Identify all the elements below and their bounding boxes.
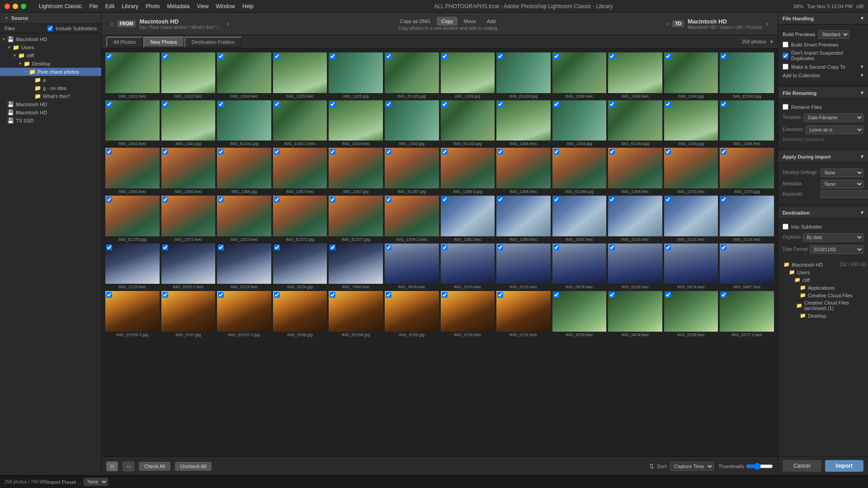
destination-folders-tab[interactable]: Destination Folders	[184, 37, 242, 47]
photo-select-checkbox[interactable]	[609, 149, 615, 155]
photo-cell[interactable]: IMG_E1372.jpg	[273, 196, 327, 242]
menu-library[interactable]: Library	[122, 3, 138, 9]
add-button[interactable]: Add	[482, 17, 500, 26]
photo-cell[interactable]: IMG_1344.heic	[496, 100, 551, 146]
photo-cell[interactable]: IMG_1346.heic	[720, 100, 774, 146]
photo-select-checkbox[interactable]	[721, 53, 726, 59]
photo-select-checkbox[interactable]	[553, 292, 559, 298]
photo-select-checkbox[interactable]	[442, 292, 448, 298]
photo-select-checkbox[interactable]	[162, 244, 168, 250]
photo-cell[interactable]: IMG_1378-2.heic	[385, 196, 439, 242]
destination-tree-item[interactable]: 📁 Creative Cloud Files	[778, 291, 868, 299]
source-tree-item-pure-chaos[interactable]: ▼ 📁 Pure chaos photos	[0, 68, 101, 76]
second-copy-checkbox[interactable]	[783, 64, 788, 70]
file-renaming-header[interactable]: File Renaming ▾	[778, 87, 868, 99]
next-arrow-icon[interactable]: ›	[226, 19, 229, 28]
photo-cell[interactable]: IMG_1341.jpg	[161, 100, 216, 146]
photo-select-checkbox[interactable]	[665, 101, 671, 107]
destination-tree-item[interactable]: 📁 Macintosh HD 292 / 500 GB	[778, 261, 868, 268]
sort-select[interactable]: Capture Time	[670, 462, 714, 471]
photo-cell[interactable]: IMG_9474.heic	[608, 291, 662, 337]
photo-cell[interactable]: IMG_E0707-2.jpg	[217, 291, 271, 337]
photo-select-checkbox[interactable]	[274, 292, 280, 298]
extension-select[interactable]: Leave as is	[806, 126, 863, 134]
photo-cell[interactable]: IMG_1340.jpg	[664, 52, 718, 99]
metadata-select[interactable]: None	[821, 180, 863, 188]
template-select[interactable]: Date-Filename	[804, 113, 863, 122]
photo-select-checkbox[interactable]	[721, 197, 726, 202]
photo-cell[interactable]: IMG_0676.heic	[385, 244, 439, 290]
import-button[interactable]: Import	[825, 460, 864, 472]
photo-cell[interactable]: IMG_1324.heic	[217, 52, 271, 99]
destination-tree-item[interactable]: 📁 Desktop	[778, 312, 868, 319]
photo-cell[interactable]: IMG_1325.heic	[273, 52, 327, 99]
all-photos-tab[interactable]: All Photos	[106, 37, 143, 47]
source-tree-item-macintosh-hd-1[interactable]: ▼ 💾 Macintosh HD	[0, 35, 101, 43]
menu-window[interactable]: Window	[216, 3, 235, 9]
photo-cell[interactable]: IMG_1321.heic	[105, 52, 160, 99]
photo-select-checkbox[interactable]	[609, 292, 615, 298]
photo-select-checkbox[interactable]	[609, 53, 615, 59]
photo-select-checkbox[interactable]	[218, 292, 224, 298]
destination-tree-item[interactable]: 📁 Applications	[778, 284, 868, 291]
photo-select-checkbox[interactable]	[274, 197, 280, 202]
apply-during-import-header[interactable]: Apply During Import ▾	[778, 151, 868, 163]
dont-import-dupes-checkbox[interactable]	[783, 53, 788, 59]
close-button[interactable]	[5, 4, 10, 9]
photo-cell[interactable]: IMG_1339.heic	[552, 52, 607, 99]
grid-view-button[interactable]: ⊞	[106, 461, 118, 471]
photo-cell[interactable]: IMG_0225.heic	[496, 244, 551, 290]
menu-help[interactable]: Help	[242, 3, 254, 9]
photo-cell[interactable]: IMG_1382.heic	[441, 196, 495, 242]
photo-cell[interactable]: IMG_1322.heic	[161, 52, 216, 99]
photo-select-checkbox[interactable]	[330, 292, 335, 298]
source-tree-item-desktop[interactable]: ▼ 📁 Desktop	[0, 60, 101, 68]
photo-cell[interactable]: IMG_E0708.jpg	[329, 291, 383, 337]
photo-select-checkbox[interactable]	[330, 149, 335, 155]
photo-select-checkbox[interactable]	[162, 53, 168, 59]
photo-cell[interactable]: IMG_1372.heic	[217, 196, 271, 242]
photo-select-checkbox[interactable]	[497, 292, 503, 298]
photo-select-checkbox[interactable]	[721, 244, 726, 250]
photo-select-checkbox[interactable]	[497, 53, 503, 59]
photo-cell[interactable]: IMG_E1370.jpg	[105, 196, 160, 242]
date-format-select[interactable]: 2019/11/05	[810, 245, 863, 254]
photo-select-checkbox[interactable]	[721, 101, 726, 107]
photo-select-checkbox[interactable]	[162, 197, 168, 202]
photo-cell[interactable]: IMG_E1377.jpg	[329, 196, 383, 242]
photo-select-checkbox[interactable]	[721, 149, 726, 155]
photo-cell[interactable]: IMG_1366.jpg	[217, 148, 271, 194]
destination-tree-item[interactable]: 📁 cliff	[778, 276, 868, 284]
photo-cell[interactable]: IMG_E1325.jpg	[385, 52, 439, 99]
photo-cell[interactable]: IMG_1344.jpg	[552, 100, 607, 146]
into-subfolder-checkbox[interactable]	[783, 224, 788, 230]
photo-cell[interactable]: IMG_0236.heic	[664, 291, 718, 337]
photo-cell[interactable]: IMG_1326.jpg	[441, 52, 495, 99]
photo-select-checkbox[interactable]	[553, 53, 559, 59]
source-tree-item-ts-ssd[interactable]: 💾 TS SSD	[0, 117, 101, 125]
source-tree-item-macintosh-hd-3[interactable]: 💾 Macintosh HD	[0, 108, 101, 117]
photo-cell[interactable]: IMG_2376.heic	[441, 244, 495, 290]
build-smart-previews-checkbox[interactable]	[783, 42, 788, 47]
copy-button[interactable]: Copy	[437, 17, 458, 26]
photo-cell[interactable]: IMG_1341.heic	[105, 100, 160, 146]
photo-cell[interactable]: IMG_1368.heic	[496, 148, 551, 194]
photo-select-checkbox[interactable]	[106, 149, 112, 155]
minimize-button[interactable]	[13, 4, 18, 9]
photo-select-checkbox[interactable]	[162, 149, 168, 155]
include-subfolders-checkbox[interactable]	[47, 26, 53, 31]
photo-select-checkbox[interactable]	[386, 244, 392, 250]
photo-select-checkbox[interactable]	[162, 101, 168, 107]
photo-cell[interactable]: IMG_E1367.jpg	[385, 148, 439, 194]
photo-select-checkbox[interactable]	[442, 244, 448, 250]
new-photos-tab[interactable]: New Photos	[143, 37, 184, 47]
menu-lightroom-classic[interactable]: Lightroom Classic	[39, 3, 82, 9]
photo-cell[interactable]: IMG_1371.heic	[161, 196, 216, 242]
keywords-input[interactable]	[821, 190, 868, 198]
photo-select-checkbox[interactable]	[386, 197, 392, 202]
source-tree-item-macintosh-hd-2[interactable]: 💾 Macintosh HD	[0, 100, 101, 108]
source-tree-item-g-no-idea[interactable]: 📁 g - no idea	[0, 84, 101, 92]
photo-cell[interactable]: IMG_2112.heic	[664, 196, 718, 242]
menu-view[interactable]: View	[197, 3, 209, 9]
photo-cell[interactable]: IMG_0226.heic	[608, 244, 662, 290]
